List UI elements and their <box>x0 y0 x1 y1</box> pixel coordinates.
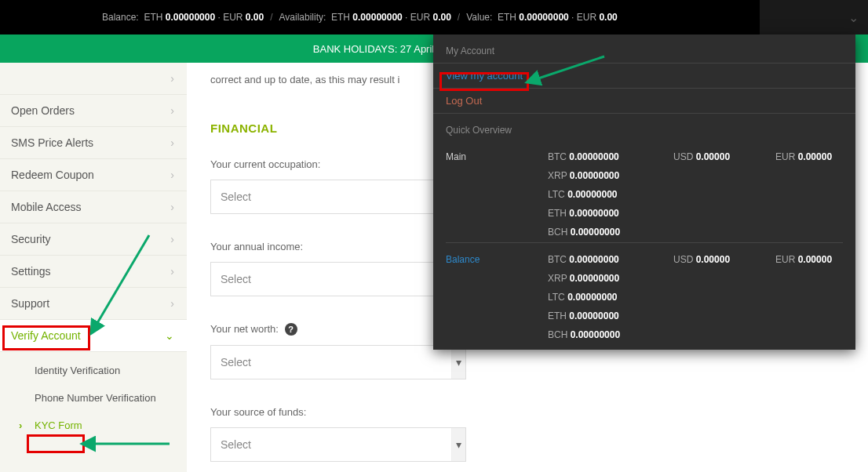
chevron-right-icon: › <box>170 297 174 310</box>
overview-group-label[interactable]: Balance <box>446 254 548 265</box>
sidebar-subitems: Identity Verification Phone Number Verif… <box>0 352 187 447</box>
overview-group-label[interactable] <box>446 329 548 340</box>
overview-eur-value <box>775 170 862 181</box>
select-income[interactable]: Select ▾ <box>210 262 466 296</box>
sidebar-item-label: Open Orders <box>11 104 75 117</box>
sidebar-item-label: SMS Price Alerts <box>11 136 93 149</box>
account-toggle-wrap: ⌄ <box>760 0 868 34</box>
overview-coin-value: BCH 0.00000000 <box>548 329 673 340</box>
sidebar-item-redeem-coupon[interactable]: Redeem Coupon› <box>0 159 187 191</box>
overview-eur-value <box>775 208 862 219</box>
avail-eth-value: 0.00000000 <box>352 12 402 23</box>
overview-group-label[interactable] <box>446 292 548 303</box>
overview-group-label[interactable] <box>446 310 548 321</box>
overview-usd-value <box>673 310 775 321</box>
select-value: Select <box>221 356 251 369</box>
sidebar-sub-label: Phone Number Verification <box>35 392 156 404</box>
dropdown-section-quick-overview: Quick Overview <box>433 113 855 142</box>
sidebar-item-security[interactable]: Security› <box>0 223 187 256</box>
overview-usd-value <box>673 273 775 284</box>
chevron-down-icon: ⌄ <box>165 329 174 342</box>
sidebar: › Open Orders› SMS Price Alerts› Redeem … <box>0 63 187 472</box>
sidebar-item-verify-account[interactable]: Verify Account⌄ <box>0 320 187 352</box>
overview-group-label <box>446 227 548 238</box>
overview-usd-value <box>673 292 775 303</box>
overview-usd-value <box>673 189 775 200</box>
top-balance-bar: Balance: ETH 0.00000000 · EUR 0.00 / Ava… <box>0 0 868 34</box>
separator: / <box>270 12 272 23</box>
sidebar-item-label: Redeem Coupon <box>11 169 94 181</box>
overview-usd-value: USD 0.00000 <box>673 151 775 162</box>
dropdown-section-my-account: My Account <box>433 34 855 63</box>
chevron-right-icon: › <box>170 265 174 278</box>
chevron-down-icon: ⌄ <box>848 10 859 25</box>
quick-overview-table: MainBTC 0.00000000USD 0.00000EUR 0.00000… <box>433 142 855 350</box>
overview-coin-value: BTC 0.00000000 <box>548 151 673 162</box>
overview-eur-value <box>775 227 862 238</box>
overview-usd-value <box>673 227 775 238</box>
value-eur-value: 0.00 <box>599 12 617 23</box>
account-dropdown-panel: My Account View my account Log Out Quick… <box>433 34 855 350</box>
balance-eth-value: 0.00000000 <box>166 12 215 23</box>
sidebar-item-open-orders[interactable]: Open Orders› <box>0 95 187 127</box>
overview-coin-value: XRP 0.00000000 <box>548 170 673 181</box>
sidebar-item-settings[interactable]: Settings› <box>0 256 187 288</box>
link-view-my-account[interactable]: View my account <box>433 63 855 88</box>
chevron-right-icon: › <box>170 136 174 149</box>
sidebar-item-label: Verify Account <box>11 329 81 342</box>
overview-eur-value: EUR 0.00000 <box>775 254 862 265</box>
sidebar-item-label: Settings <box>11 265 51 278</box>
field-label: Your source of funds: <box>210 406 844 418</box>
help-icon[interactable]: ? <box>285 323 297 336</box>
sidebar-item-label: Security <box>11 233 51 245</box>
select-networth[interactable]: Select ▾ <box>210 345 466 379</box>
overview-group-label[interactable] <box>446 273 548 284</box>
overview-eur-value <box>775 310 862 321</box>
sidebar-sub-label: Identity Verification <box>35 365 120 376</box>
overview-coin-value: BCH 0.00000000 <box>548 227 673 238</box>
chevron-right-icon: › <box>170 169 174 181</box>
chevron-right-icon: › <box>170 233 174 245</box>
avail-eur-label: EUR <box>410 12 430 23</box>
value-eth-value: 0.00000000 <box>519 12 568 23</box>
overview-coin-value: ETH 0.00000000 <box>548 310 673 321</box>
sidebar-sub-phone-verification[interactable]: Phone Number Verification <box>0 384 187 412</box>
overview-usd-value <box>673 329 775 340</box>
select-occupation[interactable]: Select ▾ <box>210 180 466 214</box>
balance-eur-value: 0.00 <box>246 12 264 23</box>
avail-eth-label: ETH <box>331 12 350 23</box>
sidebar-item-mobile-access[interactable]: Mobile Access› <box>0 191 187 223</box>
select-funds[interactable]: Select ▾ <box>210 427 466 462</box>
overview-usd-value <box>673 208 775 219</box>
overview-coin-value: LTC 0.00000000 <box>548 189 673 200</box>
sidebar-sub-identity-verification[interactable]: Identity Verification <box>0 357 187 384</box>
sidebar-item-blank[interactable]: › <box>0 63 187 95</box>
overview-usd-value <box>673 170 775 181</box>
sidebar-item-sms-price-alerts[interactable]: SMS Price Alerts› <box>0 127 187 159</box>
dropdown-arrow-icon: ▾ <box>451 428 465 461</box>
overview-coin-value: BTC 0.00000000 <box>548 254 673 265</box>
availability-label: Availability: <box>279 12 326 23</box>
avail-eur-value: 0.00 <box>432 12 450 23</box>
overview-coin-value: ETH 0.00000000 <box>548 208 673 219</box>
overview-eur-value <box>775 329 862 340</box>
overview-group-label <box>446 208 548 219</box>
select-value: Select <box>221 273 251 285</box>
sidebar-item-label: Support <box>11 297 49 310</box>
overview-eur-value <box>775 292 862 303</box>
account-dropdown-toggle[interactable] <box>820 10 848 24</box>
sidebar-sub-label: KYC Form <box>35 419 82 431</box>
field-funds: Your source of funds: Select ▾ <box>210 406 844 462</box>
overview-group-label <box>446 189 548 200</box>
sidebar-sub-kyc-form[interactable]: KYC Form <box>0 412 187 439</box>
separator: / <box>458 12 460 23</box>
overview-group-label: Main <box>446 151 548 162</box>
overview-group-label <box>446 170 548 181</box>
sidebar-item-support[interactable]: Support› <box>0 288 187 320</box>
dropdown-arrow-icon: ▾ <box>451 346 465 379</box>
chevron-right-icon: › <box>170 201 174 213</box>
balance-eth-label: ETH <box>144 12 162 23</box>
balance-label: Balance: <box>102 12 139 23</box>
select-value: Select <box>221 191 251 203</box>
link-log-out[interactable]: Log Out <box>433 88 855 113</box>
